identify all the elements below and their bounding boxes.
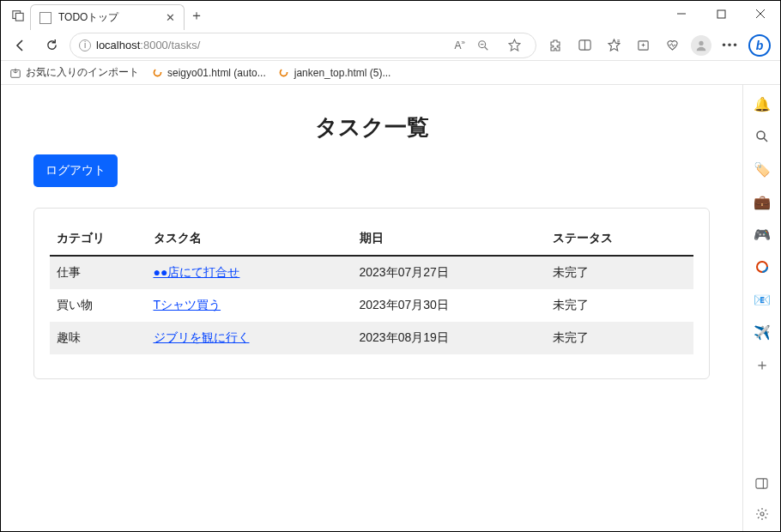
address-bar[interactable]: i localhost:8000/tasks/ A» — [70, 33, 536, 58]
bookmark-item[interactable]: janken_top.html (5)... — [278, 67, 391, 79]
tab-close-button[interactable]: ✕ — [163, 11, 177, 25]
back-button[interactable] — [8, 33, 33, 58]
favorite-star-icon[interactable] — [501, 33, 527, 58]
cell-status: 未完了 — [546, 322, 694, 354]
svg-point-27 — [760, 512, 764, 516]
notifications-icon[interactable]: 🔔 — [754, 95, 771, 112]
bookmark-label: お気に入りのインポート — [26, 65, 139, 80]
svg-point-20 — [281, 69, 288, 76]
cell-category: 買い物 — [50, 289, 147, 322]
read-aloud-icon[interactable]: A» — [455, 39, 465, 51]
tools-icon[interactable]: 💼 — [754, 193, 771, 210]
page-content: タスク一覧 ログアウト カテゴリ タスク名 期日 ステータス 仕事●●店にて打合… — [1, 85, 742, 531]
shopping-tag-icon[interactable]: 🏷️ — [754, 160, 771, 178]
bookmark-import[interactable]: お気に入りのインポート — [9, 65, 139, 80]
col-name: タスク名 — [147, 222, 353, 256]
bookmark-label: janken_top.html (5)... — [294, 67, 391, 79]
hide-sidebar-icon[interactable] — [754, 475, 771, 492]
collections-icon[interactable] — [629, 33, 657, 58]
cell-category: 趣味 — [50, 322, 147, 354]
page-favicon — [39, 12, 51, 24]
split-screen-icon[interactable] — [571, 33, 598, 58]
svg-point-21 — [757, 131, 765, 139]
cell-due: 2023年07月30日 — [353, 289, 546, 322]
bookmark-item[interactable]: seigyo01.html (auto... — [151, 67, 266, 79]
col-due: 期日 — [353, 222, 546, 256]
window-close-button[interactable] — [741, 1, 780, 27]
table-header-row: カテゴリ タスク名 期日 ステータス — [50, 222, 693, 256]
site-info-icon[interactable]: i — [79, 39, 91, 51]
task-card: カテゴリ タスク名 期日 ステータス 仕事●●店にて打合せ2023年07月27日… — [33, 208, 710, 379]
window-minimize-button[interactable] — [662, 1, 701, 27]
browser-tab[interactable]: TODOトップ ✕ — [30, 4, 185, 30]
send-icon[interactable]: ✈️ — [754, 323, 771, 341]
loading-icon — [278, 67, 290, 79]
col-category: カテゴリ — [50, 222, 147, 256]
table-row: 買い物Tシャツ買う2023年07月30日未完了 — [50, 289, 693, 322]
search-icon[interactable] — [754, 128, 771, 145]
bing-button[interactable]: b — [746, 33, 773, 58]
cell-name: ●●店にて打合せ — [147, 256, 353, 289]
col-status: ステータス — [546, 222, 694, 256]
outlook-icon[interactable]: 📧 — [754, 291, 771, 308]
svg-line-7 — [485, 46, 488, 50]
browser-toolbar: i localhost:8000/tasks/ A» ••• b — [1, 30, 780, 61]
tab-actions-button[interactable] — [6, 3, 30, 27]
window-maximize-button[interactable] — [701, 1, 741, 27]
add-app-icon[interactable]: ＋ — [754, 356, 771, 373]
task-link[interactable]: ●●店にて打合せ — [154, 265, 240, 279]
import-icon — [9, 67, 21, 79]
cell-name: Tシャツ買う — [147, 289, 353, 322]
new-tab-button[interactable]: ＋ — [185, 3, 209, 27]
toolbar-actions: ••• b — [542, 33, 773, 58]
extensions-icon[interactable] — [542, 33, 569, 58]
loading-icon — [151, 67, 163, 79]
svg-line-22 — [764, 138, 767, 142]
page-title: タスク一覧 — [33, 112, 710, 142]
bookmarks-bar: お気に入りのインポート seigyo01.html (auto... janke… — [1, 61, 780, 85]
cell-due: 2023年07月27日 — [353, 256, 546, 289]
svg-rect-1 — [15, 13, 23, 21]
task-link[interactable]: Tシャツ買う — [154, 298, 221, 311]
office-icon[interactable] — [754, 258, 771, 275]
cell-status: 未完了 — [546, 289, 694, 322]
window-controls — [662, 1, 780, 27]
svg-point-17 — [699, 40, 703, 45]
cell-category: 仕事 — [50, 256, 147, 289]
tab-strip: TODOトップ ✕ ＋ — [1, 1, 209, 30]
window-titlebar: TODOトップ ✕ ＋ — [1, 1, 780, 30]
svg-rect-3 — [717, 10, 725, 18]
cell-due: 2023年08月19日 — [353, 322, 546, 354]
bookmark-label: seigyo01.html (auto... — [167, 67, 266, 79]
zoom-icon[interactable] — [470, 33, 496, 58]
table-row: 仕事●●店にて打合せ2023年07月27日未完了 — [50, 256, 693, 289]
health-icon[interactable] — [658, 33, 686, 58]
logout-button[interactable]: ログアウト — [33, 154, 118, 187]
svg-point-19 — [154, 69, 160, 76]
table-row: 趣味ジブリを観に行く2023年08月19日未完了 — [50, 322, 693, 354]
svg-rect-25 — [756, 478, 767, 487]
main-area: タスク一覧 ログアウト カテゴリ タスク名 期日 ステータス 仕事●●店にて打合… — [1, 85, 780, 531]
cell-name: ジブリを観に行く — [147, 322, 353, 354]
task-table: カテゴリ タスク名 期日 ステータス 仕事●●店にて打合せ2023年07月27日… — [50, 222, 693, 354]
task-link[interactable]: ジブリを観に行く — [154, 330, 250, 344]
cell-status: 未完了 — [546, 256, 694, 289]
edge-sidebar: 🔔 🏷️ 💼 🎮 📧 ✈️ ＋ — [742, 85, 780, 531]
tab-title: TODOトップ — [58, 10, 156, 25]
refresh-button[interactable] — [39, 33, 64, 58]
settings-icon[interactable] — [754, 505, 771, 523]
more-button[interactable]: ••• — [717, 33, 744, 58]
favorites-icon[interactable] — [600, 33, 627, 58]
profile-button[interactable] — [687, 33, 715, 58]
url-text: localhost:8000/tasks/ — [96, 39, 450, 51]
games-icon[interactable]: 🎮 — [754, 226, 771, 243]
